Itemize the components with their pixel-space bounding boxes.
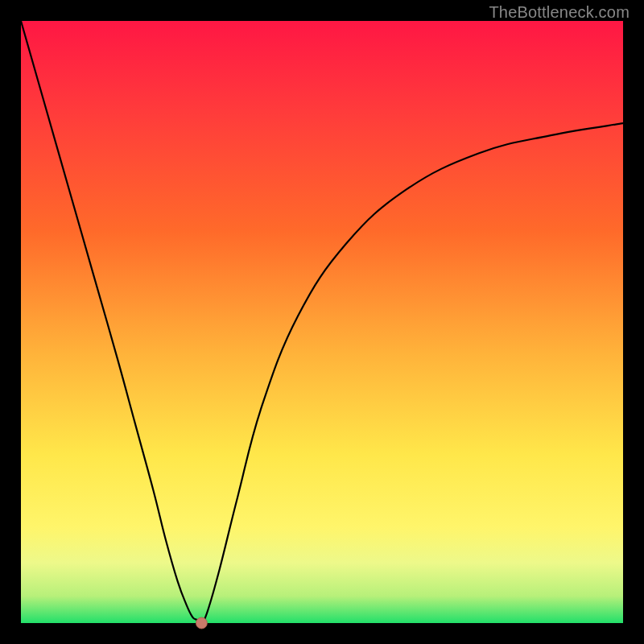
optimal-point-marker (196, 617, 207, 629)
chart-svg (0, 0, 644, 644)
watermark-text: TheBottleneck.com (489, 3, 630, 22)
chart-background (21, 21, 623, 623)
chart-container: TheBottleneck.com (0, 0, 644, 644)
